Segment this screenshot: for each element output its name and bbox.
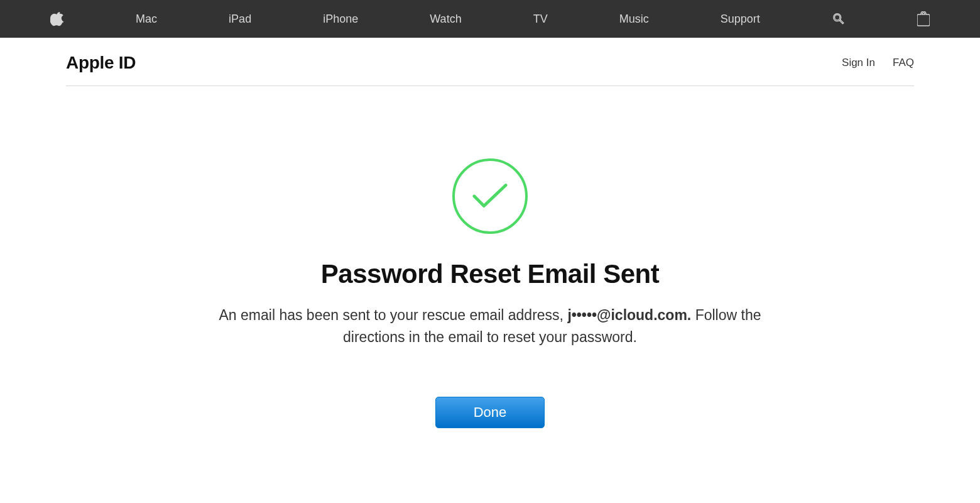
nav-item-mac[interactable]: Mac <box>136 13 157 26</box>
search-icon[interactable] <box>832 12 846 26</box>
nav-item-support[interactable]: Support <box>721 13 760 26</box>
confirmation-heading: Password Reset Email Sent <box>321 259 659 289</box>
success-checkmark-icon <box>452 158 528 234</box>
nav-item-ipad[interactable]: iPad <box>229 13 251 26</box>
masked-email: j•••••@icloud.com. <box>567 307 691 323</box>
nav-item-music[interactable]: Music <box>619 13 649 26</box>
nav-item-watch[interactable]: Watch <box>430 13 461 26</box>
done-button[interactable]: Done <box>435 397 545 428</box>
page-title: Apple ID <box>66 53 136 73</box>
main-content: Password Reset Email Sent An email has b… <box>0 86 980 428</box>
confirmation-message: An email has been sent to your rescue em… <box>207 304 773 348</box>
global-nav-items: Mac iPad iPhone Watch TV Music Support <box>50 11 930 27</box>
nav-item-iphone[interactable]: iPhone <box>323 13 358 26</box>
apple-logo-icon[interactable] <box>50 11 64 27</box>
faq-link[interactable]: FAQ <box>893 57 914 69</box>
shopping-bag-icon[interactable] <box>917 11 930 26</box>
nav-item-tv[interactable]: TV <box>533 13 548 26</box>
global-nav: Mac iPad iPhone Watch TV Music Support <box>0 0 980 38</box>
subnav-links: Sign In FAQ <box>842 57 914 69</box>
subnav: Apple ID Sign In FAQ <box>66 38 914 86</box>
message-prefix: An email has been sent to your rescue em… <box>219 307 568 323</box>
sign-in-link[interactable]: Sign In <box>842 57 875 69</box>
